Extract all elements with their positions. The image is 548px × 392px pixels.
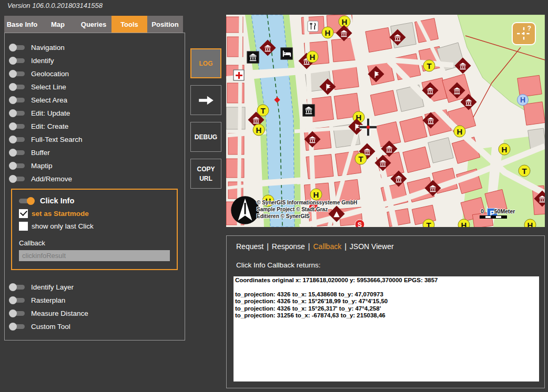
bus-stop-icon[interactable]: H [322,27,334,39]
tab-json-viewer[interactable]: JSON Viewer [350,242,394,251]
toggle-switch-icon[interactable] [10,150,25,155]
map-view[interactable]: H H [226,15,545,227]
tool-toggle-label: Add/Remove [31,175,72,183]
tool-toggle-row[interactable]: Custom Tool [5,320,185,333]
tool-toggle-row[interactable]: Edit: Create [5,120,185,133]
tab-request[interactable]: Request [236,242,263,251]
checkbox-row[interactable]: set as Startmode [19,208,170,219]
toggle-switch-icon[interactable] [10,311,25,316]
tool-toggle-label: Rasterplan [31,296,65,304]
poi-letter: H [461,221,467,228]
debug-button[interactable]: DEBUG [190,122,221,152]
tool-toggle-row[interactable]: Measure Distance [5,307,185,320]
poi-letter: H [313,190,319,199]
toggle-switch-icon[interactable] [10,58,25,63]
toggle-knob [9,96,17,104]
toggle-switch-icon[interactable] [10,85,25,89]
main-tab[interactable]: Tools [111,16,147,33]
toggle-knob [9,136,17,143]
tool-toggle-row[interactable]: Edit: Update [5,107,185,120]
click-info-section: Click Info set as Startmode show only la… [11,189,178,270]
bus-stop-icon[interactable]: H [499,143,511,156]
toggle-switch-icon[interactable] [10,285,25,290]
execute-button[interactable] [190,85,221,115]
bus-stop-icon[interactable]: H [253,124,265,136]
main-tab[interactable]: Base Info [4,16,40,33]
bus-stop-icon[interactable]: H [454,126,466,138]
bus-stop-icon[interactable]: H [310,189,322,201]
main-tab[interactable]: Position [147,16,183,33]
tram-stop-icon[interactable]: T [355,153,367,165]
tool-toggle-label: Edit: Update [31,109,70,117]
tool-toggle-row[interactable]: Maptip [5,159,185,172]
tram-stop-icon[interactable]: T [423,219,435,228]
click-info-title: Click Info [40,197,74,205]
tab-callback[interactable]: Callback [313,242,341,251]
toggle-switch-icon[interactable] [10,177,25,181]
attribution-line: Editieren © SynerGIS [257,213,357,220]
hospital-blue-icon[interactable]: H [517,94,529,106]
checkbox-icon[interactable] [19,222,28,231]
main-tab[interactable]: Queries [76,16,111,33]
toggle-switch-icon[interactable] [10,111,25,116]
bus-stop-icon[interactable]: H [458,219,470,228]
toggle-switch-icon[interactable] [10,298,25,303]
click-info-toggle-row[interactable]: Click Info [19,195,170,207]
museum-black-icon[interactable] [303,105,315,117]
tool-toggle-label: Select Area [31,96,67,104]
main-tab[interactable]: Map [40,16,76,33]
checkbox-row[interactable]: show only last Click [19,220,170,232]
tool-toggle-label: Identify [31,57,54,65]
first-aid-icon[interactable] [234,70,245,81]
bank-icon[interactable]: S [355,220,365,228]
tool-toggle-row[interactable]: Add/Remove [5,172,185,185]
tab-response[interactable]: Response [272,242,305,251]
tram-stop-icon[interactable]: T [519,165,531,177]
museum-black-icon[interactable] [247,51,259,64]
restaurant-icon[interactable] [308,21,319,32]
poi-letter: H [256,126,262,135]
toggle-knob [27,197,35,205]
toggle-switch-icon[interactable] [10,71,25,76]
tool-toggle-row[interactable]: Navigation [5,41,185,54]
tool-toggle-row[interactable]: Rasterplan [5,294,185,307]
bus-stop-icon[interactable]: H [524,219,536,228]
tool-toggle-row[interactable]: Identify Layer [5,281,185,294]
poi-letter: H [520,96,525,104]
clickinfo-tool-button[interactable]: ? [512,22,536,45]
toggle-switch-icon[interactable] [10,324,25,329]
output-line: to_projection: 4326 to_x: 15,438608 to_y… [235,291,537,298]
toggle-switch-icon[interactable] [10,137,25,142]
toggle-knob [9,310,17,317]
tool-toggle-label: Maptip [31,162,53,170]
toggle-switch-icon[interactable] [10,163,25,168]
log-button[interactable]: LOG [190,48,221,78]
tool-toggle-row[interactable]: Full-Text Search [5,133,185,146]
hotel-icon[interactable] [281,48,293,60]
tool-toggle-row[interactable]: Buffer [5,146,185,159]
checkbox-icon[interactable] [19,209,28,218]
toggle-switch-icon[interactable] [10,45,25,50]
scale-zero-label: 0 [481,208,484,214]
tool-toggle-list-top: Navigation Identify Geolocation Select L… [5,33,185,185]
tool-toggle-row[interactable]: Identify [5,54,185,67]
tool-toggle-row[interactable]: Select Area [5,94,185,107]
copy-url-button[interactable]: COPY URL [190,159,221,189]
callback-output-box: Coordinates original x: 1718618,020000 y… [234,276,539,381]
scale-meters-label: 50Meter [494,208,515,214]
callback-input[interactable] [19,250,170,261]
tool-toggle-row[interactable]: Geolocation [5,67,185,80]
tool-toggle-row[interactable]: Select Line [5,80,185,94]
tool-toggle-label: Buffer [31,149,50,157]
tool-toggle-label: Geolocation [31,70,69,78]
map-scalebar: 0 50Meter [480,208,527,219]
toggle-knob [9,122,17,130]
tool-toggle-label: Custom Tool [31,323,70,331]
click-info-toggle-on-icon[interactable] [19,199,34,203]
toggle-switch-icon[interactable] [10,124,25,129]
bus-stop-icon[interactable]: H [307,51,319,63]
question-mark-label: ? [527,25,531,32]
toggle-switch-icon[interactable] [10,98,25,102]
tram-stop-icon[interactable]: T [423,60,435,72]
toggle-knob [9,70,17,78]
